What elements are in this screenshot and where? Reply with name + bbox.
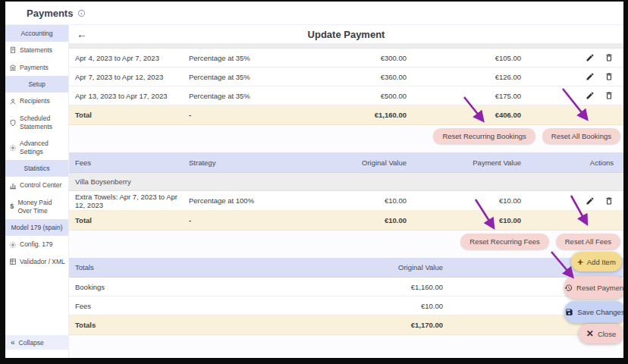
edit-icon[interactable] bbox=[586, 53, 595, 62]
sidebar-item-label: Money Paid Over Time bbox=[17, 199, 67, 215]
payment-value-cell: €175.00 bbox=[407, 92, 521, 100]
statements-icon bbox=[9, 46, 17, 54]
save-changes-label: Save Changes bbox=[577, 308, 623, 316]
gear-icon bbox=[9, 144, 17, 152]
sidebar-item-advanced-settings[interactable]: Advanced Settings bbox=[5, 135, 68, 160]
original-value-cell: €500.00 bbox=[338, 92, 407, 100]
table-row: Bookings €1,160.00 €406.00 bbox=[69, 278, 623, 297]
period-cell: Apr 7, 2023 to Apr 12, 2023 bbox=[75, 73, 189, 81]
sidebar-item-payments[interactable]: Payments bbox=[5, 59, 68, 77]
bar-chart-icon bbox=[9, 182, 17, 190]
sidebar: Accounting Statements Payments Setup Rec… bbox=[5, 25, 69, 358]
collapse-button[interactable]: « Collapse bbox=[5, 335, 68, 350]
close-label: Close bbox=[598, 330, 616, 338]
period-cell: Apr 4, 2023 to Apr 7, 2023 bbox=[75, 54, 189, 62]
totals-label-cell: Bookings bbox=[75, 283, 291, 291]
section-label: Accounting bbox=[20, 30, 52, 37]
fees-table: Fees Strategy Original Value Payment Val… bbox=[69, 152, 623, 231]
sidebar-item-money-paid-over-time[interactable]: $ Money Paid Over Time bbox=[5, 194, 68, 219]
sidebar-item-config-179[interactable]: Config. 179 bbox=[5, 236, 68, 253]
original-value-cell: €10.00 bbox=[291, 302, 443, 310]
top-bar: Payments bbox=[5, 2, 623, 25]
delete-icon[interactable] bbox=[604, 91, 614, 100]
sidebar-item-scheduled-statements[interactable]: Scheduled Statements bbox=[5, 110, 68, 135]
delete-icon[interactable] bbox=[604, 72, 614, 81]
sidebar-section-model-179: Model 179 (spain) bbox=[5, 219, 68, 236]
column-header: Totals bbox=[75, 263, 291, 271]
payment-value-cell: €406.00 bbox=[407, 111, 521, 119]
reset-all-bookings-button[interactable]: Reset All Bookings bbox=[542, 128, 620, 144]
bookings-group-row-partial bbox=[69, 43, 623, 49]
reset-recurring-fees-button[interactable]: Reset Recurring Fees bbox=[460, 234, 548, 249]
dollar-icon: $ bbox=[9, 202, 14, 211]
strategy-cell: Percentage at 35% bbox=[189, 92, 338, 100]
plus-icon: + bbox=[577, 257, 583, 267]
strategy-cell: - bbox=[189, 111, 338, 119]
edit-icon[interactable] bbox=[586, 72, 595, 81]
column-header: Original Value bbox=[291, 263, 443, 271]
sidebar-item-label: Advanced Settings bbox=[20, 140, 67, 155]
sidebar-item-label: Statements bbox=[20, 46, 52, 55]
sidebar-item-validador-xml[interactable]: Validador / XML bbox=[5, 253, 68, 271]
sidebar-item-label: Validador / XML bbox=[20, 258, 65, 266]
save-changes-button[interactable]: Save Changes bbox=[564, 301, 623, 323]
table-row: Apr 13, 2023 to Apr 17, 2023 Percentage … bbox=[69, 86, 623, 105]
person-icon bbox=[9, 98, 17, 105]
collapse-chevrons-icon: « bbox=[11, 338, 15, 347]
fees-buttons-row: Reset Recurring Fees Reset All Fees bbox=[69, 231, 623, 254]
totals-table-header: Totals Original Value bbox=[69, 258, 623, 278]
sidebar-item-label: Recipients bbox=[20, 97, 50, 105]
delete-icon[interactable] bbox=[604, 196, 614, 206]
totals-total-row: Totals €1,170.00 bbox=[69, 315, 623, 335]
main-content: ← Update Payment Apr 4, 2023 to Apr 7, 2… bbox=[69, 25, 623, 358]
payment-value-cell: €126.00 bbox=[407, 73, 521, 81]
strategy-cell: Percentage at 35% bbox=[189, 73, 338, 81]
history-icon bbox=[564, 284, 573, 292]
strategy-cell: Percentage at 35% bbox=[189, 54, 338, 62]
totals-table: Totals Original Value Bookings €1,160.00… bbox=[69, 258, 623, 335]
original-value-cell: €1,160.00 bbox=[291, 283, 443, 291]
column-header: Original Value bbox=[338, 158, 407, 167]
reset-recurring-bookings-button[interactable]: Reset Recurring Bookings bbox=[433, 128, 535, 144]
payment-value-cell: €105.00 bbox=[407, 54, 521, 62]
delete-icon[interactable] bbox=[604, 53, 614, 62]
payment-value-cell: €10.00 bbox=[407, 196, 521, 205]
original-value-cell: €1,170.00 bbox=[291, 321, 443, 329]
column-header: Actions bbox=[521, 158, 623, 167]
table-row: Extra Towels: Apr 7, 2023 to Apr 12, 202… bbox=[69, 191, 623, 211]
total-label-cell: Total bbox=[75, 216, 189, 224]
actions-cell bbox=[521, 72, 623, 81]
sidebar-item-label: Scheduled Statements bbox=[20, 115, 67, 130]
group-label: Villa Boysenberry bbox=[75, 177, 131, 186]
add-item-button[interactable]: + Add Item bbox=[571, 252, 622, 271]
app-title: Payments bbox=[27, 8, 73, 19]
sidebar-section-setup: Setup bbox=[5, 76, 68, 93]
edit-icon[interactable] bbox=[586, 91, 595, 100]
sidebar-item-recipients[interactable]: Recipients bbox=[5, 93, 68, 110]
close-icon: ✕ bbox=[586, 329, 594, 338]
sidebar-item-control-center[interactable]: Control Center bbox=[5, 177, 68, 194]
edit-icon[interactable] bbox=[586, 196, 595, 206]
sidebar-item-statements[interactable]: Statements bbox=[5, 42, 68, 59]
reset-payment-label: Reset Payment bbox=[576, 284, 623, 292]
sidebar-item-label: Control Center bbox=[20, 181, 61, 190]
strategy-cell: - bbox=[189, 216, 338, 224]
close-button[interactable]: ✕ Close bbox=[579, 324, 623, 344]
total-label-cell: Total bbox=[75, 111, 189, 119]
actions-cell bbox=[521, 196, 623, 206]
page-title: Update Payment bbox=[77, 29, 616, 40]
reset-payment-button[interactable]: Reset Payment bbox=[564, 276, 623, 299]
actions-cell bbox=[521, 53, 623, 62]
strategy-cell: Percentage at 100% bbox=[189, 196, 338, 205]
column-header: Fees bbox=[75, 158, 189, 167]
page-header: ← Update Payment bbox=[69, 25, 623, 43]
save-icon bbox=[565, 308, 573, 316]
info-icon[interactable] bbox=[77, 9, 86, 17]
section-label: Statistics bbox=[24, 165, 49, 172]
app-window: Payments Accounting Statements Payments … bbox=[5, 2, 623, 358]
table-row: Apr 4, 2023 to Apr 7, 2023 Percentage at… bbox=[69, 49, 623, 67]
sidebar-section-accounting: Accounting bbox=[5, 25, 68, 42]
grid-icon bbox=[9, 258, 17, 265]
reset-all-fees-button[interactable]: Reset All Fees bbox=[556, 234, 620, 249]
total-label-cell: Totals bbox=[75, 321, 291, 329]
